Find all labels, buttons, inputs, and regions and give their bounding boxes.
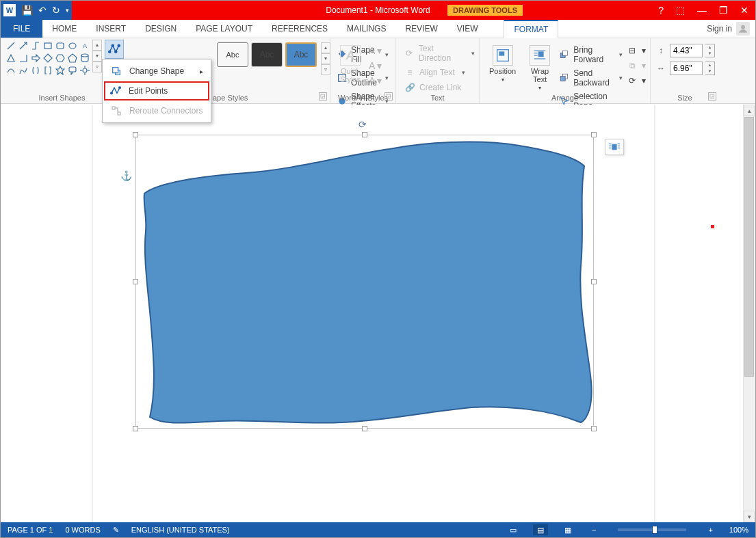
- shape-style-thumb-1[interactable]: Abc: [217, 42, 248, 67]
- shape-roundrect-icon[interactable]: [54, 40, 66, 52]
- text-effects-button: A ▾: [369, 75, 382, 86]
- shape-oval-icon[interactable]: [66, 40, 79, 52]
- shape-pentagon-icon[interactable]: [66, 52, 79, 64]
- ribbon-display-options-button[interactable]: ⬚: [676, 5, 685, 16]
- shape-width-input[interactable]: [670, 62, 703, 75]
- restore-button[interactable]: ❐: [719, 5, 728, 16]
- bring-forward-button[interactable]: Bring Forward: [560, 45, 623, 64]
- align-button[interactable]: ⊟▾: [627, 45, 646, 56]
- tab-review[interactable]: REVIEW: [395, 20, 447, 38]
- web-layout-button[interactable]: ▦: [560, 524, 575, 535]
- shape-height-input[interactable]: [670, 44, 703, 57]
- shape-hexagon-icon[interactable]: [54, 52, 66, 64]
- zoom-slider[interactable]: [618, 528, 686, 531]
- tab-page-layout[interactable]: PAGE LAYOUT: [186, 20, 262, 38]
- menu-change-shape[interactable]: Change Shape ▸: [104, 61, 209, 81]
- shape-right-arrow-icon[interactable]: [29, 52, 42, 64]
- shape-freeform-icon[interactable]: [17, 64, 29, 77]
- shape-brace-icon[interactable]: [29, 64, 42, 77]
- scrollbar-down-icon[interactable]: ▾: [744, 511, 755, 522]
- redo-icon[interactable]: ↻: [52, 5, 60, 16]
- help-button[interactable]: ?: [658, 5, 664, 16]
- width-spinner[interactable]: ▲▼: [705, 62, 715, 75]
- tab-insert[interactable]: INSERT: [86, 20, 135, 38]
- tab-view[interactable]: VIEW: [447, 20, 488, 38]
- size-dialog-launcher[interactable]: ◲: [708, 92, 716, 100]
- scroll-up-icon[interactable]: ▴: [92, 40, 102, 51]
- layout-options-button[interactable]: [605, 139, 624, 155]
- svg-marker-12: [56, 66, 64, 75]
- shape-elbow-arrow-icon[interactable]: [17, 52, 29, 64]
- undo-icon[interactable]: ↶: [38, 5, 47, 16]
- tab-file[interactable]: FILE: [1, 20, 42, 38]
- proofing-icon[interactable]: ✎: [113, 526, 119, 535]
- shapes-gallery-scroll[interactable]: ▴ ▾ ▿: [92, 40, 102, 72]
- height-spinner[interactable]: ▲▼: [705, 44, 715, 57]
- read-mode-button[interactable]: ▭: [506, 524, 521, 535]
- vertical-scrollbar[interactable]: ▴ ▾: [743, 105, 755, 522]
- menu-reroute-connectors-label: Reroute Connectors: [129, 106, 203, 116]
- zoom-level[interactable]: 100%: [729, 526, 748, 534]
- tab-references[interactable]: REFERENCES: [262, 20, 337, 38]
- save-icon[interactable]: 💾: [21, 5, 33, 16]
- tab-format[interactable]: FORMAT: [504, 20, 558, 38]
- zoom-in-button[interactable]: +: [704, 526, 716, 534]
- tab-home[interactable]: HOME: [42, 20, 86, 38]
- shape-callout-icon[interactable]: [66, 64, 79, 77]
- styles-scroll-down-icon[interactable]: ▾: [321, 53, 330, 64]
- send-backward-button[interactable]: Send Backward: [560, 68, 623, 88]
- zoom-slider-handle[interactable]: [652, 526, 657, 534]
- shape-styles-scroll[interactable]: ▴ ▾ ▿: [321, 42, 330, 71]
- status-page[interactable]: PAGE 1 OF 1: [8, 526, 53, 534]
- shape-sun-icon[interactable]: [79, 64, 91, 77]
- document-area[interactable]: ⚓ ⟳: [1, 105, 743, 522]
- shape-textbox-icon[interactable]: A: [79, 40, 91, 52]
- scroll-down-icon[interactable]: ▾: [92, 51, 102, 62]
- status-language[interactable]: ENGLISH (UNITED STATES): [131, 526, 230, 534]
- avatar-icon[interactable]: [736, 22, 750, 36]
- svg-point-11: [81, 54, 88, 57]
- minimize-button[interactable]: —: [697, 5, 707, 16]
- svg-rect-13: [69, 67, 76, 72]
- shape-style-thumb-3[interactable]: Abc: [285, 42, 317, 67]
- shape-rect-icon[interactable]: [42, 40, 54, 52]
- shape-elbow-icon[interactable]: [29, 40, 42, 52]
- scrollbar-up-icon[interactable]: ▴: [744, 105, 755, 116]
- window-controls: ? ⬚ — ❐ ✕: [658, 5, 755, 16]
- shape-arrow-icon[interactable]: [17, 40, 29, 52]
- shape-curve-icon[interactable]: [5, 64, 17, 77]
- sign-in-link[interactable]: Sign in: [707, 24, 732, 33]
- styles-more-icon[interactable]: ▿: [321, 64, 330, 75]
- submenu-arrow-icon: ▸: [200, 68, 203, 75]
- shape-bracket-icon[interactable]: [42, 64, 54, 77]
- tab-design[interactable]: DESIGN: [135, 20, 186, 38]
- rotate-button[interactable]: ⟳▾: [627, 75, 646, 86]
- shape-style-thumb-2[interactable]: Abc: [251, 42, 283, 67]
- shape-line-icon[interactable]: [5, 40, 17, 52]
- styles-scroll-up-icon[interactable]: ▴: [321, 42, 330, 53]
- qat-customize-icon[interactable]: ▾: [66, 7, 69, 14]
- menu-edit-points[interactable]: Edit Points: [104, 81, 209, 100]
- shape-star-icon[interactable]: [54, 64, 66, 77]
- scrollbar-thumb[interactable]: [744, 117, 754, 377]
- rotation-handle[interactable]: ⟳: [359, 119, 371, 131]
- svg-rect-26: [112, 107, 115, 109]
- shape-styles-dialog-launcher[interactable]: ◲: [319, 92, 327, 100]
- edit-shape-button[interactable]: [105, 40, 124, 59]
- tab-mailings[interactable]: MAILINGS: [337, 20, 395, 38]
- svg-point-5: [69, 43, 76, 49]
- freeform-shape[interactable]: [136, 135, 595, 429]
- print-layout-button[interactable]: ▤: [533, 524, 548, 535]
- status-words[interactable]: 0 WORDS: [65, 526, 100, 534]
- shape-cylinder-icon[interactable]: [79, 52, 91, 64]
- shapes-gallery[interactable]: A: [5, 40, 91, 77]
- shape-triangle-icon[interactable]: [5, 52, 17, 64]
- wordart-dialog-launcher[interactable]: ◲: [384, 92, 393, 100]
- svg-rect-31: [499, 52, 504, 55]
- zoom-out-button[interactable]: −: [588, 526, 600, 534]
- gallery-more-icon[interactable]: ▿: [92, 62, 102, 72]
- close-button[interactable]: ✕: [740, 5, 748, 16]
- shape-diamond-icon[interactable]: [42, 52, 54, 64]
- group-button: ⧉▾: [627, 60, 646, 71]
- shape-selection[interactable]: ⟳: [135, 135, 594, 429]
